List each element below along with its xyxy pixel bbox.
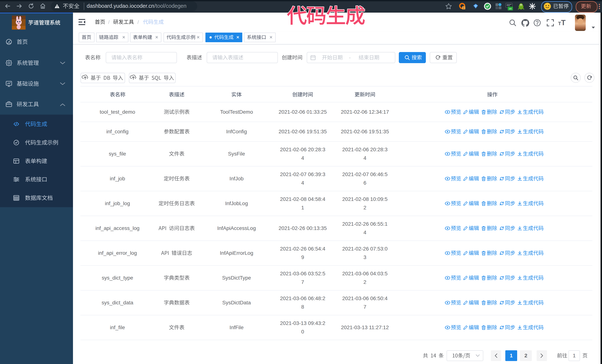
svg-text:1: 1 (463, 7, 464, 10)
svg-text:on: on (509, 7, 512, 10)
